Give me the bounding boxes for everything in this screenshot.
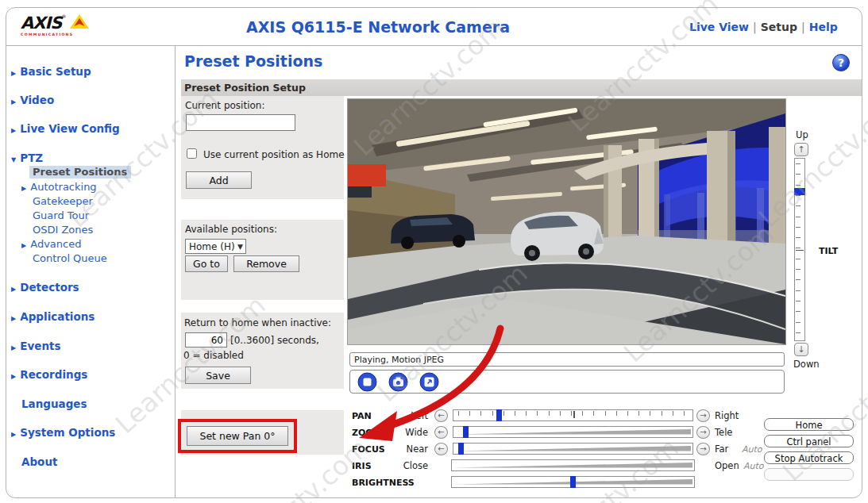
zoom-tele-label: Tele <box>715 427 732 438</box>
sidebar-item-recordings[interactable]: ▶ Recordings <box>11 367 87 382</box>
video-status-bar: Playing, Motion JPEG <box>349 352 785 367</box>
chevron-right-icon: ▶ <box>11 315 16 322</box>
focus-far-arrow[interactable]: → <box>696 443 710 455</box>
iris-slider[interactable] <box>451 459 695 471</box>
sidebar-item-about[interactable]: About <box>21 454 57 469</box>
sidebar-item-osdi-zones[interactable]: OSDI Zones <box>33 221 93 236</box>
pan-center-tick <box>573 411 575 418</box>
chevron-right-icon: ▶ <box>11 431 16 438</box>
snapshot-icon[interactable] <box>388 372 408 395</box>
tilt-up-label: Up <box>796 129 808 140</box>
top-nav: Live View|Setup|Help <box>689 21 838 33</box>
sidebar-item-events[interactable]: ▶ Events <box>11 338 61 353</box>
highlight-box <box>178 419 297 453</box>
focus-slider-row: FOCUS Near ← → Far Auto <box>352 443 785 456</box>
tilt-handle[interactable] <box>794 188 805 195</box>
new-window-icon[interactable] <box>419 372 439 395</box>
iris-auto-label: Auto <box>743 461 764 471</box>
pan-right-label: Right <box>715 410 739 421</box>
focus-near-arrow[interactable]: ← <box>434 443 448 455</box>
nav-help-link[interactable]: Help <box>809 21 838 33</box>
sidebar-item-autotracking[interactable]: ▶ Autotracking <box>21 179 97 194</box>
focus-slider[interactable] <box>453 443 693 455</box>
zoom-wide-arrow[interactable]: ← <box>434 426 448 439</box>
iris-slider-row: IRIS Close Open Auto <box>352 459 785 473</box>
focus-wedge <box>455 445 691 452</box>
zoom-slider[interactable] <box>453 426 693 438</box>
focus-near-label: Near <box>376 443 428 455</box>
chevron-right-icon: ▶ <box>21 242 26 249</box>
pan-slider[interactable] <box>453 409 693 421</box>
help-icon[interactable]: ? <box>832 54 850 71</box>
sidebar-item-detectors[interactable]: ▶ Detectors <box>11 279 79 294</box>
remove-button[interactable]: Remove <box>233 255 299 272</box>
page-title: Preset Positions <box>184 52 322 70</box>
sidebar-item-control-queue[interactable]: Control Queue <box>33 250 107 265</box>
nav-live-view-link[interactable]: Live View <box>689 21 749 33</box>
home-button[interactable]: Home <box>764 418 854 431</box>
tilt-slider[interactable] <box>794 158 805 341</box>
tilt-down-button[interactable]: ↓ <box>794 343 808 356</box>
axis-triangle-icon <box>70 14 89 30</box>
sidebar-divider <box>175 46 176 497</box>
chevron-right-icon: ▶ <box>21 185 26 192</box>
sidebar-item-languages[interactable]: Languages <box>21 396 87 411</box>
pan-slider-row: PAN Left ← → Right <box>352 409 785 423</box>
available-positions-select[interactable]: Home (H) ▼ <box>185 239 246 254</box>
goto-button[interactable]: Go to <box>185 255 228 272</box>
pan-left-label: Left <box>376 410 428 421</box>
stop-icon[interactable] <box>357 372 377 395</box>
video-status-text: Playing, Motion JPEG <box>354 355 444 365</box>
chevron-right-icon: ▶ <box>11 373 16 380</box>
sidebar-item-applications[interactable]: ▶ Applications <box>11 309 95 324</box>
select-chevron-icon: ▼ <box>237 243 243 251</box>
return-home-label: Return to home when inactive: <box>184 317 331 328</box>
current-position-label: Current position: <box>185 100 264 111</box>
header-divider <box>6 45 862 46</box>
sidebar-item-live-view-config[interactable]: ▶ Live View Config <box>11 121 120 136</box>
tilt-center-tick <box>796 250 804 251</box>
focus-handle[interactable] <box>458 443 464 455</box>
tilt-down-label: Down <box>793 359 820 370</box>
use-home-checkbox[interactable] <box>187 148 197 159</box>
add-button[interactable]: Add <box>186 171 252 189</box>
timeout-input[interactable] <box>185 332 227 347</box>
nav-separator: | <box>749 21 761 33</box>
zoom-slider-row: ZOOM Wide ← → Tele <box>352 426 785 440</box>
timeout-disabled-label: 0 = disabled <box>183 350 244 361</box>
iris-open-label: Open <box>715 460 739 471</box>
pan-handle[interactable] <box>496 409 502 421</box>
pan-left-arrow[interactable]: ← <box>434 409 448 422</box>
zoom-tele-arrow[interactable]: → <box>696 426 710 439</box>
current-position-input[interactable] <box>186 114 295 131</box>
stop-autotrack-button[interactable]: Stop Autotrack <box>764 451 854 464</box>
blank-button <box>764 468 854 481</box>
sidebar-item-system-options[interactable]: ▶ System Options <box>11 424 115 440</box>
sidebar-item-video[interactable]: ▶ Video <box>11 92 54 107</box>
brightness-slider[interactable] <box>451 476 695 488</box>
pan-right-arrow[interactable]: → <box>696 409 710 422</box>
zoom-handle[interactable] <box>463 426 469 438</box>
tilt-label: TILT <box>819 246 838 256</box>
nav-separator: | <box>797 21 809 33</box>
available-positions-label: Available positions: <box>185 224 277 235</box>
live-video-image[interactable] <box>347 98 786 345</box>
chevron-right-icon: ▶ <box>11 98 16 106</box>
nav-setup-link[interactable]: Setup <box>761 21 797 33</box>
sidebar-item-advanced[interactable]: ▶ Advanced <box>21 236 81 251</box>
ctrl-panel-button[interactable]: Ctrl panel <box>764 435 854 447</box>
sidebar-item-preset-positions[interactable]: Preset Positions <box>29 163 131 179</box>
tilt-up-button[interactable]: ↑ <box>794 143 808 156</box>
chevron-right-icon: ▶ <box>11 127 16 134</box>
selected-position: Home (H) <box>189 241 235 252</box>
sidebar-item-guard-tour[interactable]: Guard Tour <box>33 207 89 222</box>
brightness-handle[interactable] <box>570 476 576 488</box>
window-title: AXIS Q6115-E Network Camera <box>246 18 510 36</box>
save-button[interactable]: Save <box>185 367 251 384</box>
iris-wedge <box>453 462 692 469</box>
focus-auto-label: Auto <box>742 444 762 455</box>
timeout-range-label: [0..3600] seconds, <box>230 335 319 346</box>
chevron-right-icon: ▶ <box>11 344 16 351</box>
sidebar-item-gatekeeper[interactable]: Gatekeeper <box>33 193 93 208</box>
sidebar-item-basic-setup[interactable]: ▶ Basic Setup <box>11 63 91 79</box>
